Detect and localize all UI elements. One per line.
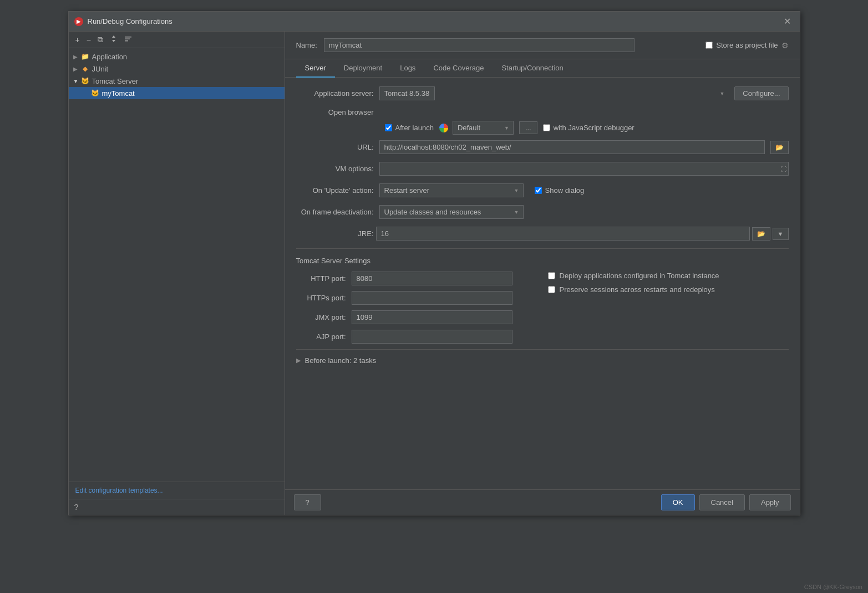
show-dialog-checkbox[interactable] xyxy=(535,187,542,194)
vm-options-input[interactable] xyxy=(379,162,789,176)
open-browser-label-row: Open browser xyxy=(296,108,789,116)
tab-deployment[interactable]: Deployment xyxy=(335,59,391,78)
store-as-project-file-label[interactable]: Store as project file xyxy=(716,41,778,49)
http-port-input[interactable] xyxy=(352,272,512,285)
mytomcat-icon: 🐱 xyxy=(91,89,100,98)
app-server-select-wrapper: Tomcat 8.5.38 xyxy=(379,86,729,100)
after-launch-checkbox[interactable] xyxy=(385,124,392,131)
close-button[interactable]: ✕ xyxy=(780,15,794,28)
tree-container: ▶ 📁 Application ▶ ◆ JUnit ▼ 🐱 Tomcat Ser… xyxy=(69,48,285,482)
edit-templates-link[interactable]: Edit configuration templates... xyxy=(69,482,285,499)
left-panel: + − ⧉ ▶ xyxy=(69,32,285,515)
tab-startup-connection[interactable]: Startup/Connection xyxy=(493,59,572,78)
app-server-select[interactable]: Tomcat 8.5.38 xyxy=(379,86,435,100)
ports-section: HTTP port: HTTPs port: JMX port: AJ xyxy=(296,272,789,344)
tree-item-application[interactable]: ▶ 📁 Application xyxy=(69,50,285,63)
vm-options-row: VM options: ⛶ xyxy=(296,162,789,176)
tabs-bar: Server Deployment Logs Code Coverage Sta… xyxy=(285,59,800,78)
expand-arrow-tomcat: ▼ xyxy=(73,78,79,84)
jre-browse-button[interactable]: 📂 xyxy=(752,227,770,241)
preserve-sessions-checkbox[interactable] xyxy=(548,286,555,293)
gear-icon[interactable]: ⚙ xyxy=(781,41,789,50)
open-browser-section: Open browser After launch Default xyxy=(296,108,789,154)
deploy-tomcat-checkbox[interactable] xyxy=(548,272,555,279)
move-config-button[interactable] xyxy=(108,34,120,45)
bottom-left: ? xyxy=(294,494,321,510)
vm-options-label: VM options: xyxy=(296,165,374,173)
apply-button[interactable]: Apply xyxy=(749,494,791,510)
bottom-bar: ? OK Cancel Apply xyxy=(285,489,800,515)
browser-more-button[interactable]: ... xyxy=(519,121,537,134)
jmx-port-row: JMX port: xyxy=(296,310,537,324)
tomcat-icon: 🐱 xyxy=(81,76,90,85)
after-launch-checkbox-item: After launch xyxy=(385,124,434,132)
help-bottom-button[interactable]: ? xyxy=(294,494,321,510)
tree-item-mytomcat[interactable]: 🐱 myTomcat xyxy=(69,87,285,99)
jmx-port-label: JMX port: xyxy=(296,313,346,321)
copy-config-button[interactable]: ⧉ xyxy=(95,34,105,45)
url-row: URL: 📂 xyxy=(296,140,789,154)
app-server-label: Application server: xyxy=(296,89,374,98)
configure-button[interactable]: Configure... xyxy=(734,86,788,100)
remove-config-button[interactable]: − xyxy=(84,34,93,45)
chrome-icon xyxy=(439,124,448,132)
ajp-port-row: AJP port: xyxy=(296,330,537,344)
after-launch-label: After launch xyxy=(395,124,434,132)
tab-server[interactable]: Server xyxy=(296,59,335,78)
tree-item-junit[interactable]: ▶ ◆ JUnit xyxy=(69,63,285,75)
app-icon: ▶ xyxy=(74,17,83,26)
show-dialog-label: Show dialog xyxy=(545,186,585,195)
ok-button[interactable]: OK xyxy=(661,494,695,510)
https-port-row: HTTPs port: xyxy=(296,291,537,305)
help-button[interactable]: ? xyxy=(69,499,285,515)
title-bar-left: ▶ Run/Debug Configurations xyxy=(74,17,172,26)
https-port-input[interactable] xyxy=(352,291,512,305)
browser-select-wrapper: Default xyxy=(453,121,514,135)
ajp-port-input[interactable] xyxy=(352,330,512,344)
on-frame-row: On frame deactivation: Update classes an… xyxy=(296,205,789,219)
jmx-port-input[interactable] xyxy=(352,310,512,324)
jre-input[interactable] xyxy=(376,227,750,241)
jre-label: JRE: xyxy=(296,229,374,238)
browser-select[interactable]: Default xyxy=(453,121,514,135)
junit-label: JUnit xyxy=(92,65,109,73)
right-header: Name: Store as project file ⚙ xyxy=(285,32,800,59)
vm-options-expand-button[interactable]: ⛶ xyxy=(780,166,786,172)
js-debugger-checkbox-item: with JavaScript debugger xyxy=(543,124,634,132)
right-panel: Name: Store as project file ⚙ Server Dep… xyxy=(285,32,800,515)
svg-rect-2 xyxy=(125,40,128,42)
on-frame-select[interactable]: Update classes and resources xyxy=(379,205,524,219)
store-as-project-file-checkbox[interactable] xyxy=(705,42,713,49)
watermark: CSDN @KK-Greyson xyxy=(804,584,862,590)
section-divider xyxy=(296,248,789,249)
tree-item-tomcat-server[interactable]: ▼ 🐱 Tomcat Server xyxy=(69,75,285,87)
on-update-select[interactable]: Restart server xyxy=(379,183,524,197)
url-input[interactable] xyxy=(379,140,765,154)
store-checkbox-area: Store as project file ⚙ xyxy=(705,41,788,50)
expand-arrow-application: ▶ xyxy=(73,54,79,60)
jre-row: JRE: 📂 ▼ xyxy=(296,227,789,241)
http-port-row: HTTP port: xyxy=(296,272,537,285)
add-config-button[interactable]: + xyxy=(73,34,82,45)
vm-options-input-wrapper: ⛶ xyxy=(379,162,789,176)
cancel-button[interactable]: Cancel xyxy=(699,494,745,510)
name-input[interactable] xyxy=(324,38,634,52)
js-debugger-checkbox[interactable] xyxy=(543,124,550,131)
open-browser-options-row: After launch Default ... xyxy=(296,121,789,135)
jre-dropdown-button[interactable]: ▼ xyxy=(773,228,789,240)
browser-select-area: Default xyxy=(439,121,514,135)
sort-config-button[interactable] xyxy=(122,34,134,45)
preserve-sessions-row: Preserve sessions across restarts and re… xyxy=(548,285,789,294)
url-browse-button[interactable]: 📂 xyxy=(770,141,789,154)
js-debugger-label: with JavaScript debugger xyxy=(554,124,634,132)
bottom-right: OK Cancel Apply xyxy=(661,494,791,510)
tab-code-coverage[interactable]: Code Coverage xyxy=(424,59,493,78)
before-launch-section[interactable]: ▶ Before launch: 2 tasks xyxy=(296,349,789,367)
tab-logs[interactable]: Logs xyxy=(391,59,424,78)
on-update-select-wrapper: Restart server xyxy=(379,183,524,197)
url-label: URL: xyxy=(296,143,374,151)
mytomcat-label: myTomcat xyxy=(102,89,135,98)
ports-left: HTTP port: HTTPs port: JMX port: AJ xyxy=(296,272,537,344)
expand-arrow-junit: ▶ xyxy=(73,66,79,72)
https-port-label: HTTPs port: xyxy=(296,294,346,302)
